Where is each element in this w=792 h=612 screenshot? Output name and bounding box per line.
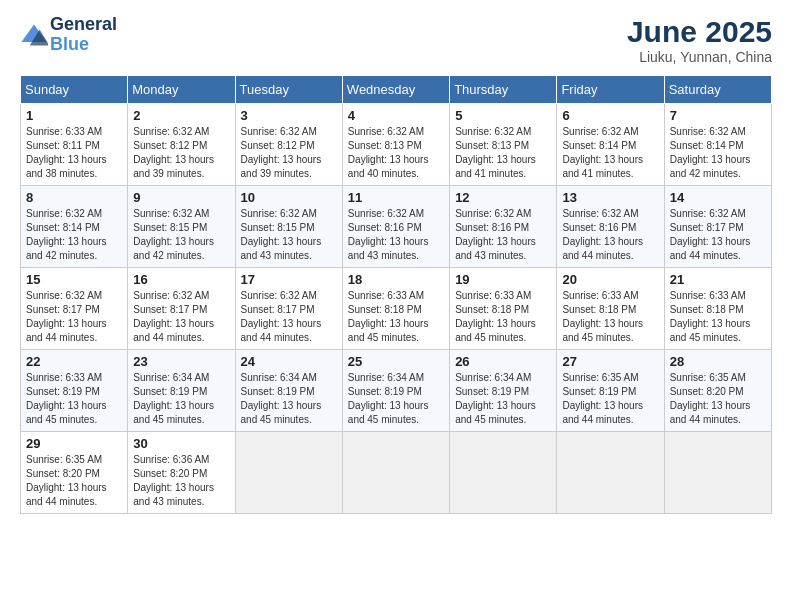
day-number: 5 — [455, 108, 551, 123]
week-row-5: 29Sunrise: 6:35 AM Sunset: 8:20 PM Dayli… — [21, 432, 772, 514]
day-number: 6 — [562, 108, 658, 123]
calendar-cell: 28Sunrise: 6:35 AM Sunset: 8:20 PM Dayli… — [664, 350, 771, 432]
day-info: Sunrise: 6:32 AM Sunset: 8:17 PM Dayligh… — [241, 289, 337, 345]
calendar-cell: 14Sunrise: 6:32 AM Sunset: 8:17 PM Dayli… — [664, 186, 771, 268]
day-number: 13 — [562, 190, 658, 205]
calendar-cell: 7Sunrise: 6:32 AM Sunset: 8:14 PM Daylig… — [664, 104, 771, 186]
week-row-4: 22Sunrise: 6:33 AM Sunset: 8:19 PM Dayli… — [21, 350, 772, 432]
day-number: 22 — [26, 354, 122, 369]
calendar-cell: 19Sunrise: 6:33 AM Sunset: 8:18 PM Dayli… — [450, 268, 557, 350]
calendar-cell: 23Sunrise: 6:34 AM Sunset: 8:19 PM Dayli… — [128, 350, 235, 432]
day-number: 29 — [26, 436, 122, 451]
day-number: 24 — [241, 354, 337, 369]
day-info: Sunrise: 6:33 AM Sunset: 8:19 PM Dayligh… — [26, 371, 122, 427]
day-info: Sunrise: 6:35 AM Sunset: 8:20 PM Dayligh… — [670, 371, 766, 427]
calendar-cell — [235, 432, 342, 514]
calendar-cell: 20Sunrise: 6:33 AM Sunset: 8:18 PM Dayli… — [557, 268, 664, 350]
day-number: 23 — [133, 354, 229, 369]
calendar-cell: 27Sunrise: 6:35 AM Sunset: 8:19 PM Dayli… — [557, 350, 664, 432]
calendar-cell: 25Sunrise: 6:34 AM Sunset: 8:19 PM Dayli… — [342, 350, 449, 432]
col-tuesday: Tuesday — [235, 76, 342, 104]
day-info: Sunrise: 6:33 AM Sunset: 8:18 PM Dayligh… — [455, 289, 551, 345]
day-info: Sunrise: 6:32 AM Sunset: 8:12 PM Dayligh… — [241, 125, 337, 181]
page: General Blue June 2025 Liuku, Yunnan, Ch… — [0, 0, 792, 612]
calendar-cell: 15Sunrise: 6:32 AM Sunset: 8:17 PM Dayli… — [21, 268, 128, 350]
day-info: Sunrise: 6:35 AM Sunset: 8:19 PM Dayligh… — [562, 371, 658, 427]
day-info: Sunrise: 6:34 AM Sunset: 8:19 PM Dayligh… — [348, 371, 444, 427]
calendar-cell — [342, 432, 449, 514]
calendar-cell: 26Sunrise: 6:34 AM Sunset: 8:19 PM Dayli… — [450, 350, 557, 432]
day-number: 18 — [348, 272, 444, 287]
week-row-1: 1Sunrise: 6:33 AM Sunset: 8:11 PM Daylig… — [21, 104, 772, 186]
day-info: Sunrise: 6:32 AM Sunset: 8:14 PM Dayligh… — [26, 207, 122, 263]
day-info: Sunrise: 6:32 AM Sunset: 8:14 PM Dayligh… — [562, 125, 658, 181]
header: General Blue June 2025 Liuku, Yunnan, Ch… — [20, 15, 772, 65]
day-info: Sunrise: 6:33 AM Sunset: 8:18 PM Dayligh… — [348, 289, 444, 345]
day-number: 9 — [133, 190, 229, 205]
day-info: Sunrise: 6:34 AM Sunset: 8:19 PM Dayligh… — [133, 371, 229, 427]
day-number: 7 — [670, 108, 766, 123]
day-number: 20 — [562, 272, 658, 287]
calendar: Sunday Monday Tuesday Wednesday Thursday… — [20, 75, 772, 514]
calendar-cell: 9Sunrise: 6:32 AM Sunset: 8:15 PM Daylig… — [128, 186, 235, 268]
day-number: 30 — [133, 436, 229, 451]
day-number: 10 — [241, 190, 337, 205]
logo-text-general: General — [50, 15, 117, 35]
title-block: June 2025 Liuku, Yunnan, China — [627, 15, 772, 65]
day-info: Sunrise: 6:32 AM Sunset: 8:13 PM Dayligh… — [348, 125, 444, 181]
calendar-cell: 16Sunrise: 6:32 AM Sunset: 8:17 PM Dayli… — [128, 268, 235, 350]
day-number: 28 — [670, 354, 766, 369]
day-info: Sunrise: 6:33 AM Sunset: 8:11 PM Dayligh… — [26, 125, 122, 181]
col-friday: Friday — [557, 76, 664, 104]
day-number: 14 — [670, 190, 766, 205]
calendar-cell: 5Sunrise: 6:32 AM Sunset: 8:13 PM Daylig… — [450, 104, 557, 186]
calendar-cell: 8Sunrise: 6:32 AM Sunset: 8:14 PM Daylig… — [21, 186, 128, 268]
calendar-cell: 1Sunrise: 6:33 AM Sunset: 8:11 PM Daylig… — [21, 104, 128, 186]
day-info: Sunrise: 6:34 AM Sunset: 8:19 PM Dayligh… — [241, 371, 337, 427]
day-info: Sunrise: 6:33 AM Sunset: 8:18 PM Dayligh… — [670, 289, 766, 345]
col-wednesday: Wednesday — [342, 76, 449, 104]
week-row-3: 15Sunrise: 6:32 AM Sunset: 8:17 PM Dayli… — [21, 268, 772, 350]
day-number: 3 — [241, 108, 337, 123]
calendar-cell: 3Sunrise: 6:32 AM Sunset: 8:12 PM Daylig… — [235, 104, 342, 186]
calendar-cell: 11Sunrise: 6:32 AM Sunset: 8:16 PM Dayli… — [342, 186, 449, 268]
calendar-cell: 22Sunrise: 6:33 AM Sunset: 8:19 PM Dayli… — [21, 350, 128, 432]
col-thursday: Thursday — [450, 76, 557, 104]
day-info: Sunrise: 6:32 AM Sunset: 8:13 PM Dayligh… — [455, 125, 551, 181]
calendar-cell: 24Sunrise: 6:34 AM Sunset: 8:19 PM Dayli… — [235, 350, 342, 432]
day-number: 16 — [133, 272, 229, 287]
logo-text-blue: Blue — [50, 35, 117, 55]
day-info: Sunrise: 6:33 AM Sunset: 8:18 PM Dayligh… — [562, 289, 658, 345]
day-info: Sunrise: 6:32 AM Sunset: 8:15 PM Dayligh… — [133, 207, 229, 263]
calendar-cell — [450, 432, 557, 514]
day-info: Sunrise: 6:32 AM Sunset: 8:17 PM Dayligh… — [26, 289, 122, 345]
week-row-2: 8Sunrise: 6:32 AM Sunset: 8:14 PM Daylig… — [21, 186, 772, 268]
location: Liuku, Yunnan, China — [627, 49, 772, 65]
calendar-header-row: Sunday Monday Tuesday Wednesday Thursday… — [21, 76, 772, 104]
col-sunday: Sunday — [21, 76, 128, 104]
day-number: 21 — [670, 272, 766, 287]
day-info: Sunrise: 6:32 AM Sunset: 8:16 PM Dayligh… — [348, 207, 444, 263]
day-number: 12 — [455, 190, 551, 205]
col-monday: Monday — [128, 76, 235, 104]
calendar-cell: 6Sunrise: 6:32 AM Sunset: 8:14 PM Daylig… — [557, 104, 664, 186]
day-info: Sunrise: 6:32 AM Sunset: 8:16 PM Dayligh… — [455, 207, 551, 263]
day-info: Sunrise: 6:32 AM Sunset: 8:14 PM Dayligh… — [670, 125, 766, 181]
day-number: 26 — [455, 354, 551, 369]
day-number: 25 — [348, 354, 444, 369]
day-number: 17 — [241, 272, 337, 287]
calendar-cell: 4Sunrise: 6:32 AM Sunset: 8:13 PM Daylig… — [342, 104, 449, 186]
calendar-cell: 12Sunrise: 6:32 AM Sunset: 8:16 PM Dayli… — [450, 186, 557, 268]
day-info: Sunrise: 6:32 AM Sunset: 8:17 PM Dayligh… — [133, 289, 229, 345]
day-info: Sunrise: 6:36 AM Sunset: 8:20 PM Dayligh… — [133, 453, 229, 509]
calendar-cell — [664, 432, 771, 514]
calendar-cell: 10Sunrise: 6:32 AM Sunset: 8:15 PM Dayli… — [235, 186, 342, 268]
logo: General Blue — [20, 15, 117, 55]
calendar-cell: 29Sunrise: 6:35 AM Sunset: 8:20 PM Dayli… — [21, 432, 128, 514]
day-number: 11 — [348, 190, 444, 205]
day-number: 15 — [26, 272, 122, 287]
day-number: 4 — [348, 108, 444, 123]
calendar-cell: 18Sunrise: 6:33 AM Sunset: 8:18 PM Dayli… — [342, 268, 449, 350]
calendar-cell: 21Sunrise: 6:33 AM Sunset: 8:18 PM Dayli… — [664, 268, 771, 350]
logo-icon — [20, 21, 48, 49]
